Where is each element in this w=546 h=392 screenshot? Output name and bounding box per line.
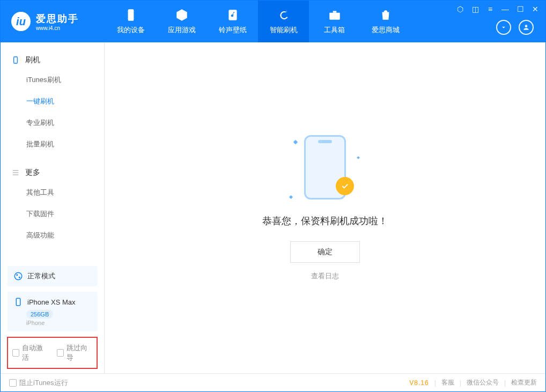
refresh-icon: [277, 8, 291, 22]
options-highlight-box: 自动激活 跳过向导: [7, 337, 98, 369]
logo[interactable]: iu 爱思助手 www.i4.cn: [1, 12, 105, 31]
close-icon[interactable]: ✕: [530, 5, 540, 13]
checkbox-icon: [12, 349, 19, 357]
nav-ringtones[interactable]: 铃声壁纸: [207, 1, 258, 42]
success-illustration: [293, 135, 357, 199]
nav-toolbox[interactable]: 工具箱: [309, 1, 360, 42]
mode-icon: [13, 271, 23, 281]
sidebar-item-other-tools[interactable]: 其他工具: [1, 182, 104, 203]
header: iu 爱思助手 www.i4.cn 我的设备 应用游戏 铃声壁纸 智能刷机 工具…: [1, 1, 545, 42]
menu-icon[interactable]: ≡: [485, 5, 495, 13]
sidebar: 刷机 iTunes刷机 一键刷机 专业刷机 批量刷机 更多 其他工具 下载固件 …: [1, 42, 105, 373]
device-info-box[interactable]: iPhone XS Max 256GB iPhone: [7, 292, 98, 331]
footer: 阻止iTunes运行 V8.16 | 客服 | 微信公众号 | 检查更新: [1, 373, 545, 391]
maximize-icon[interactable]: ☐: [515, 5, 525, 13]
mode-label: 正常模式: [27, 271, 55, 281]
checkbox-block-itunes[interactable]: 阻止iTunes运行: [9, 378, 68, 388]
svg-rect-2: [329, 13, 340, 20]
app-subtitle: www.i4.cn: [36, 25, 79, 31]
nav-store[interactable]: 爱思商城: [360, 1, 411, 42]
sidebar-item-advanced[interactable]: 高级功能: [1, 225, 104, 246]
titlebar-controls: ⬡ ◫ ≡ ― ☐ ✕: [455, 5, 540, 13]
svg-rect-9: [16, 298, 20, 306]
success-message: 恭喜您，保资料刷机成功啦！: [262, 215, 388, 227]
top-nav: 我的设备 应用游戏 铃声壁纸 智能刷机 工具箱 爱思商城: [105, 1, 411, 42]
device-icon: [124, 8, 138, 22]
sidebar-section-flash[interactable]: 刷机: [1, 51, 104, 69]
svg-point-4: [525, 25, 528, 27]
sparkle-icon: [357, 156, 360, 159]
download-button[interactable]: [496, 20, 511, 35]
footer-link-update[interactable]: 检查更新: [511, 378, 537, 387]
sidebar-item-oneclick-flash[interactable]: 一键刷机: [1, 91, 104, 112]
device-mode-box[interactable]: 正常模式: [7, 266, 98, 286]
svg-rect-5: [14, 57, 18, 63]
header-right-buttons: [496, 20, 534, 35]
sidebar-section-more[interactable]: 更多: [1, 164, 104, 182]
user-button[interactable]: [519, 20, 534, 35]
device-storage-badge: 256GB: [26, 310, 53, 319]
ok-button[interactable]: 确定: [290, 241, 360, 263]
nav-apps[interactable]: 应用游戏: [156, 1, 207, 42]
check-circle-icon: [336, 177, 354, 195]
footer-link-wechat[interactable]: 微信公众号: [467, 378, 499, 387]
footer-link-service[interactable]: 客服: [441, 378, 454, 387]
sidebar-item-download-firmware[interactable]: 下载固件: [1, 203, 104, 225]
music-icon: [226, 8, 240, 22]
phone-icon: [11, 56, 20, 64]
list-icon: [11, 168, 20, 177]
svg-point-8: [19, 277, 20, 278]
nav-my-device[interactable]: 我的设备: [105, 1, 156, 42]
logo-icon: iu: [11, 12, 31, 31]
sparkle-icon: [289, 195, 293, 198]
store-icon: [379, 8, 393, 22]
nav-flash[interactable]: 智能刷机: [258, 1, 309, 42]
phone-small-icon: [13, 297, 23, 307]
device-name: iPhone XS Max: [27, 298, 76, 306]
cube-icon: [175, 8, 189, 22]
sparkle-icon: [293, 139, 298, 144]
skin-icon[interactable]: ◫: [470, 5, 480, 13]
checkbox-auto-activate[interactable]: 自动激活: [12, 343, 48, 363]
main-content: 恭喜您，保资料刷机成功啦！ 确定 查看日志: [105, 42, 545, 373]
view-log-link[interactable]: 查看日志: [311, 271, 339, 281]
sidebar-item-batch-flash[interactable]: 批量刷机: [1, 134, 104, 155]
sidebar-item-pro-flash[interactable]: 专业刷机: [1, 112, 104, 134]
svg-point-6: [14, 272, 22, 280]
sidebar-item-itunes-flash[interactable]: iTunes刷机: [1, 69, 104, 91]
svg-rect-0: [128, 9, 134, 21]
toolbox-icon: [328, 8, 342, 22]
device-type: iPhone: [26, 320, 91, 326]
checkbox-icon: [9, 379, 17, 387]
svg-point-7: [16, 274, 18, 276]
pin-icon[interactable]: ⬡: [455, 5, 465, 13]
minimize-icon[interactable]: ―: [500, 5, 510, 13]
checkbox-skip-guide[interactable]: 跳过向导: [57, 343, 93, 363]
version-label: V8.16: [409, 379, 429, 387]
svg-rect-3: [333, 11, 336, 12]
app-title: 爱思助手: [36, 12, 79, 25]
checkbox-icon: [57, 349, 64, 357]
